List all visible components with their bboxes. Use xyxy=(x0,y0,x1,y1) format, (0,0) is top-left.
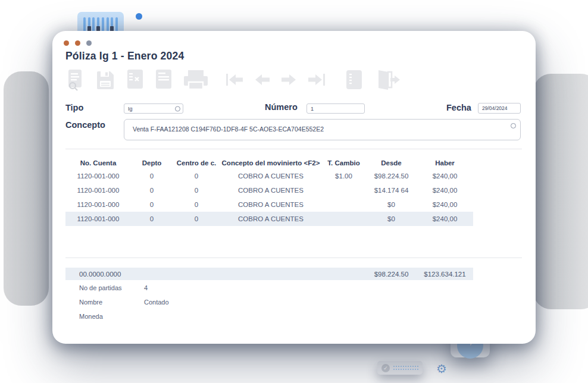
table-header-cell: Desde xyxy=(366,157,417,169)
summary-row: No de partidas 4 xyxy=(65,281,363,295)
table-row[interactable]: 1120-001-00000COBRO A CUENTES$1.00$98.22… xyxy=(65,169,473,183)
fecha-label: Fecha xyxy=(446,103,471,112)
table-cell: COBRO A CUENTES xyxy=(220,201,321,208)
table-cell: 0 xyxy=(173,172,220,180)
table-row[interactable]: 1120-001-00000COBRO A CUENTES$0$240,00 xyxy=(65,197,473,212)
concepto-input[interactable]: Venta F-FAA121208 C194F76D-1DF8-4F 5C-AO… xyxy=(124,119,521,140)
movements-table: No. CuentaDeptoCentro de c.Concepto del … xyxy=(65,157,473,226)
totals-desde: $98.224.50 xyxy=(366,271,417,278)
table-row[interactable]: 1120-001-00000COBRO A CUENTES$14.174 64$… xyxy=(65,183,473,197)
totals-haber: $123.634.121 xyxy=(417,271,473,278)
window-controls xyxy=(64,40,92,46)
document-search-button[interactable] xyxy=(65,68,87,92)
copy-document-button[interactable] xyxy=(154,68,174,92)
summary-section: No de partidas 4 Nombre Contado Moneda xyxy=(65,281,363,324)
blue-dot-decoration xyxy=(136,13,142,20)
table-header-cell: T. Cambio xyxy=(321,157,366,169)
poliza-window: Póliza Ig 1 - Enero 2024 xyxy=(52,31,536,344)
summary-row: Moneda xyxy=(65,309,363,324)
moneda-label: Moneda xyxy=(79,313,144,320)
nombre-value: Contado xyxy=(144,299,169,306)
table-cell: 0 xyxy=(173,187,220,194)
window-control-dot[interactable] xyxy=(75,40,80,46)
go-previous-button[interactable] xyxy=(254,68,271,92)
table-cell: $1.00 xyxy=(321,172,366,180)
save-button[interactable] xyxy=(95,68,117,92)
toolbar xyxy=(65,68,401,92)
table-header-cell: Haber xyxy=(417,157,473,169)
save-icon xyxy=(95,68,117,92)
exit-button[interactable] xyxy=(374,68,401,92)
table-cell: $98.224.50 xyxy=(366,172,417,180)
concepto-value: Venta F-FAA121208 C194F76D-1DF8-4F 5C-AO… xyxy=(133,125,324,133)
go-last-icon xyxy=(306,68,327,92)
table-header-cell: Concepto del movinierto <F2> xyxy=(220,157,321,169)
print-button[interactable] xyxy=(182,68,209,92)
table-cell: $240,00 xyxy=(417,215,473,222)
table-cell: $0 xyxy=(366,201,417,208)
exit-door-icon xyxy=(374,68,401,92)
tipo-field-wrap xyxy=(124,103,183,114)
partidas-value: 4 xyxy=(144,284,148,291)
notes-button[interactable] xyxy=(342,68,365,92)
table-cell: 1120-001-000 xyxy=(65,187,131,194)
status-pill-button[interactable]: ✓ xyxy=(377,361,423,375)
gear-icon[interactable]: ⚙ xyxy=(436,362,447,376)
go-previous-icon xyxy=(254,68,271,92)
table-header-cell: Depto xyxy=(131,157,173,169)
table-cell: $240,00 xyxy=(417,187,473,194)
pill-text-lines xyxy=(393,364,418,372)
divider xyxy=(65,258,522,258)
tipo-label: Tipo xyxy=(65,103,83,112)
table-cell: 0 xyxy=(131,187,173,194)
document-search-icon xyxy=(65,68,87,92)
background-card-right xyxy=(533,74,588,309)
background-card-left xyxy=(4,71,49,306)
table-cell: 0 xyxy=(131,215,173,222)
table-cell: 0 xyxy=(173,201,220,208)
go-next-button[interactable] xyxy=(280,68,298,92)
numero-label: Número xyxy=(265,102,298,112)
table-cell: $14.174 64 xyxy=(366,187,417,194)
history-icon xyxy=(511,123,516,128)
table-header-cell: No. Cuenta xyxy=(65,157,131,169)
document-copy-icon xyxy=(154,68,174,92)
document-delete-icon xyxy=(125,68,145,92)
go-last-button[interactable] xyxy=(306,68,327,92)
table-row[interactable]: 1120-001-00000COBRO A CUENTES$0$240,00 xyxy=(65,212,473,226)
tipo-input[interactable] xyxy=(124,103,183,114)
go-next-icon xyxy=(280,68,298,92)
table-header-cell: Centro de c. xyxy=(173,157,220,169)
notes-icon xyxy=(342,68,365,92)
history-icon xyxy=(175,106,180,111)
table-cell: 1120-001-000 xyxy=(65,172,131,180)
table-cell: COBRO A CUENTES xyxy=(220,172,321,180)
go-first-button[interactable] xyxy=(224,68,245,92)
table-cell: 0 xyxy=(131,172,173,180)
table-cell: 1120-001-000 xyxy=(65,201,131,208)
divider xyxy=(65,149,522,149)
table-cell: $0 xyxy=(366,215,417,222)
totals-row: 00.0000.0000$98.224.50$123.634.121 xyxy=(65,268,473,280)
fecha-input[interactable] xyxy=(478,103,521,114)
delete-document-button[interactable] xyxy=(125,68,145,92)
table-cell: 1120-001-000 xyxy=(65,215,131,222)
nombre-label: Nombre xyxy=(79,299,144,306)
table-cell: $240,00 xyxy=(417,201,473,208)
table-body: 1120-001-00000COBRO A CUENTES$1.00$98.22… xyxy=(65,169,473,226)
table-cell: COBRO A CUENTES xyxy=(220,215,321,222)
window-title: Póliza Ig 1 - Enero 2024 xyxy=(65,50,184,62)
concepto-label: Concepto xyxy=(65,120,105,130)
table-cell: COBRO A CUENTES xyxy=(220,187,321,194)
window-control-dot[interactable] xyxy=(64,40,69,46)
partidas-label: No de partidas xyxy=(79,284,144,291)
window-control-dot[interactable] xyxy=(86,40,92,46)
check-icon: ✓ xyxy=(381,364,390,372)
print-icon xyxy=(182,68,209,92)
numero-input[interactable] xyxy=(306,103,365,114)
table-cell: 0 xyxy=(131,201,173,208)
table-header-row: No. CuentaDeptoCentro de c.Concepto del … xyxy=(65,157,473,169)
page-background: ✓ ⚙ Póliza Ig 1 - Enero 2024 xyxy=(0,0,588,383)
table-cell: 0 xyxy=(173,215,220,222)
summary-row: Nombre Contado xyxy=(65,295,363,309)
